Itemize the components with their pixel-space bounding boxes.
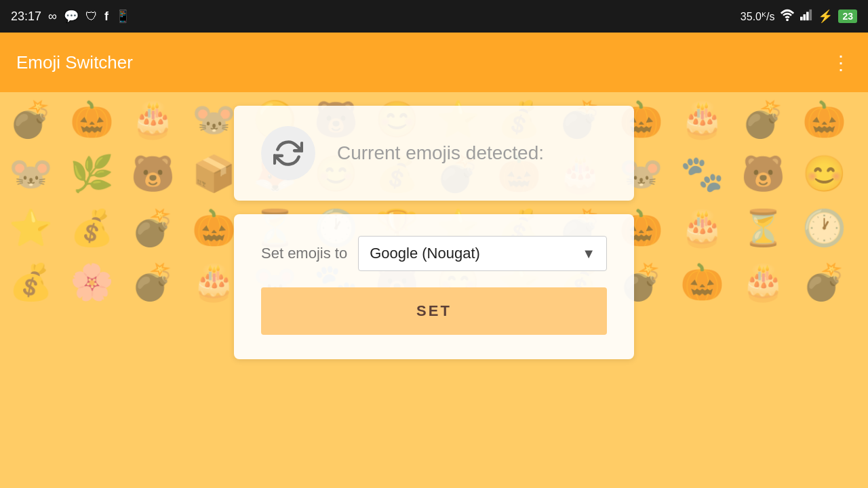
wifi-icon [780, 9, 795, 24]
set-button[interactable]: SET [261, 287, 607, 335]
main-content: Current emojis detected: Set emojis to G… [0, 92, 868, 488]
refresh-icon [273, 138, 303, 168]
network-speed: 35.0ᴷ/s [741, 10, 775, 23]
chevron-down-icon: ▼ [582, 246, 595, 262]
refresh-icon-circle[interactable] [261, 126, 315, 180]
status-time: 23:17 [11, 9, 41, 24]
svg-rect-2 [804, 14, 806, 20]
set-card: Set emojis to Google (Nougat) ▼ SET [234, 214, 634, 359]
facebook-icon: f [104, 9, 108, 24]
svg-rect-4 [810, 9, 812, 20]
svg-rect-1 [800, 17, 803, 20]
shield-icon: 🛡 [85, 9, 98, 24]
message-icon: 💬 [64, 9, 79, 24]
status-bar: 23:17 ∞ 💬 🛡 f 📱 35.0ᴷ/s ⚡ [0, 0, 868, 33]
whatsapp-icon: 📱 [115, 9, 130, 24]
detection-label: Current emojis detected: [337, 142, 544, 164]
app-bar: Emoji Switcher ⋮ [0, 33, 868, 92]
svg-rect-3 [806, 12, 809, 21]
battery-icon: 23 [838, 9, 857, 23]
set-label: Set emojis to [261, 245, 347, 262]
set-row: Set emojis to Google (Nougat) ▼ [261, 236, 607, 271]
svg-point-0 [787, 19, 789, 22]
emoji-set-dropdown[interactable]: Google (Nougat) ▼ [358, 236, 607, 271]
dropdown-selected-value: Google (Nougat) [370, 245, 480, 262]
signal-bars-icon [800, 9, 812, 24]
more-options-icon[interactable]: ⋮ [831, 52, 852, 74]
charging-icon: ⚡ [818, 9, 833, 24]
detection-card: Current emojis detected: [234, 106, 634, 201]
app-title: Emoji Switcher [16, 52, 133, 73]
infinity-icon: ∞ [48, 9, 57, 24]
